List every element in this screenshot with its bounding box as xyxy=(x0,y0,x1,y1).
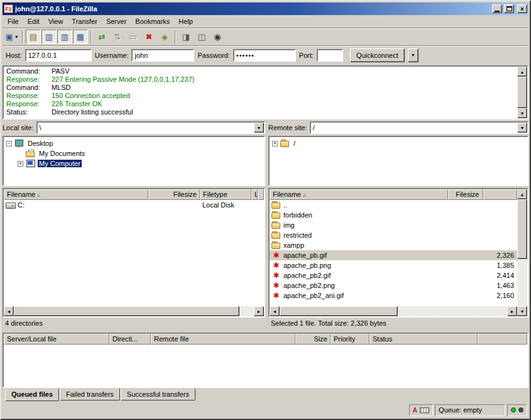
scroll-thumb[interactable] xyxy=(280,306,398,316)
site-manager-button[interactable]: ▣▼ xyxy=(4,30,19,44)
local-file-list[interactable]: C:Local Disk xyxy=(4,200,264,306)
file-row-apache-pb2-ani-gif[interactable]: apache_pb2_ani.gif2,160 xyxy=(270,290,517,301)
cell-filesize: 2,414 xyxy=(448,270,517,280)
remote-hscrollbar[interactable]: ◄ ► xyxy=(270,306,517,316)
scroll-track[interactable] xyxy=(517,199,527,306)
file-row-xampp[interactable]: xampp xyxy=(270,240,517,250)
queue-list[interactable] xyxy=(4,345,527,387)
column-header-filesize[interactable]: Filesize xyxy=(148,189,200,200)
find-files-button[interactable]: ◉ xyxy=(210,30,225,44)
toggle-message-log-button[interactable]: ▤ xyxy=(26,30,41,44)
log-text: MLSD xyxy=(52,84,71,92)
filename-filters-button[interactable]: ◨ xyxy=(178,30,194,44)
password-input[interactable] xyxy=(233,49,296,62)
scroll-thumb[interactable] xyxy=(517,199,527,259)
column-header-filename[interactable]: Filename▵ xyxy=(270,189,448,200)
sort-ascending-icon: ▵ xyxy=(37,192,40,198)
toolbar: ▣▼▤▥▥▦⇄⇅▭✖◈◨◫◉ xyxy=(3,28,528,45)
scroll-right-button[interactable]: ► xyxy=(507,306,517,316)
toggle-local-tree-button[interactable]: ▥ xyxy=(41,30,57,44)
process-queue-button[interactable]: ⇅ xyxy=(110,30,125,44)
local-site-combo[interactable]: \ ▼ xyxy=(36,121,265,134)
tree-expander-icon[interactable]: + xyxy=(272,141,278,146)
tree-item-item[interactable]: +/ xyxy=(270,138,527,148)
file-row-img[interactable]: img xyxy=(270,220,517,230)
file-row-apache-pb-png[interactable]: apache_pb.png1,385 xyxy=(270,260,517,270)
quickconnect-dropdown-button[interactable]: ▼ xyxy=(408,48,419,62)
desktop-icon xyxy=(14,140,24,147)
column-header-l[interactable]: L xyxy=(251,189,258,200)
remote-vscrollbar[interactable]: ▲ ▼ xyxy=(517,189,527,316)
file-row-restricted[interactable]: restricted xyxy=(270,230,517,240)
preview-window-button[interactable]: ▭ xyxy=(126,30,141,44)
tree-item-desktop[interactable]: -Desktop xyxy=(4,138,263,148)
host-input[interactable] xyxy=(25,49,92,62)
scroll-up-button[interactable]: ▲ xyxy=(517,189,527,199)
column-header-directi[interactable]: Directi... xyxy=(109,334,151,345)
toggle-remote-tree-button[interactable]: ▥ xyxy=(57,30,72,44)
file-row-forbidden[interactable]: forbidden xyxy=(270,210,517,220)
file-row-c[interactable]: C:Local Disk xyxy=(4,200,264,210)
scroll-left-button[interactable]: ◄ xyxy=(4,306,14,316)
log-scrollbar[interactable]: ▲ ▼ xyxy=(517,67,527,118)
minimize-button[interactable] xyxy=(492,4,502,13)
refresh-icon: ⇄ xyxy=(99,33,106,41)
title-bar[interactable]: Fz john@127.0.0.1 - FileZilla × xyxy=(3,3,528,15)
file-red-icon xyxy=(271,292,281,299)
refresh-button[interactable]: ⇄ xyxy=(94,30,109,44)
menu-item-transfer[interactable]: Transfer xyxy=(67,16,102,27)
column-header-server-local-file[interactable]: Server/Local file xyxy=(4,334,109,345)
menu-item-bookmarks[interactable]: Bookmarks xyxy=(131,16,174,27)
scroll-track[interactable] xyxy=(280,306,507,316)
scroll-left-button[interactable]: ◄ xyxy=(270,306,280,316)
column-header-priority[interactable]: Priority xyxy=(331,334,370,345)
local-hscrollbar[interactable]: ◄ ► xyxy=(4,306,264,316)
tab-failed-transfers[interactable]: Failed transfers xyxy=(60,389,120,401)
file-row-apache-pb-gif[interactable]: apache_pb.gif2,326 xyxy=(270,250,517,260)
menu-item-edit[interactable]: Edit xyxy=(23,16,44,27)
column-header-remote-file[interactable]: Remote file xyxy=(151,334,295,345)
file-row-item[interactable]: .. xyxy=(270,200,517,210)
scroll-down-button[interactable]: ▼ xyxy=(517,306,527,316)
column-header-filetype[interactable]: Filetype xyxy=(200,189,251,200)
scroll-down-button[interactable]: ▼ xyxy=(517,108,527,118)
tab-successful-transfers[interactable]: Successful transfers xyxy=(121,389,195,401)
tree-expander-icon[interactable]: + xyxy=(18,161,23,167)
column-header-filesize[interactable]: Filesize xyxy=(448,189,483,200)
maximize-button[interactable] xyxy=(504,4,514,13)
remote-site-dropdown-button[interactable]: ▼ xyxy=(517,123,527,133)
tree-item-my-computer[interactable]: +My Computer xyxy=(4,158,263,169)
cancel-operation-button[interactable]: ✖ xyxy=(141,30,156,44)
username-input[interactable] xyxy=(131,49,194,62)
tree-item-my-documents[interactable]: My Documents xyxy=(4,148,263,158)
cell-filesize xyxy=(448,210,517,220)
file-row-apache-pb2-png[interactable]: apache_pb2.png1,463 xyxy=(270,280,517,290)
menu-item-view[interactable]: View xyxy=(44,16,68,27)
quickconnect-button[interactable]: Quickconnect xyxy=(350,48,405,62)
tab-queued-files[interactable]: Queued files xyxy=(5,389,59,401)
scroll-up-button[interactable]: ▲ xyxy=(517,67,527,77)
scroll-thumb[interactable] xyxy=(517,77,527,108)
menu-item-server[interactable]: Server xyxy=(102,16,131,27)
menu-item-file[interactable]: File xyxy=(3,16,23,27)
cancel-operation-icon: ✖ xyxy=(146,33,153,41)
tree-expander-icon[interactable]: - xyxy=(6,141,12,146)
column-header-label: Server/Local file xyxy=(7,335,57,343)
column-header-filename[interactable]: Filename▵ xyxy=(4,189,148,200)
scroll-right-button[interactable]: ► xyxy=(254,306,264,316)
remote-site-combo[interactable]: / ▼ xyxy=(310,121,528,134)
toggle-transfer-queue-button[interactable]: ▦ xyxy=(73,30,88,44)
remote-file-list[interactable]: ..forbiddenimgrestrictedxamppapache_pb.g… xyxy=(270,200,517,306)
close-button[interactable]: × xyxy=(517,4,527,13)
column-header-size[interactable]: Size xyxy=(295,334,331,345)
disconnect-button[interactable]: ◈ xyxy=(157,30,172,44)
port-input[interactable] xyxy=(317,49,343,62)
file-row-apache-pb2-gif[interactable]: apache_pb2.gif2,414 xyxy=(270,270,517,280)
directory-comparison-button[interactable]: ◫ xyxy=(194,30,209,44)
local-site-dropdown-button[interactable]: ▼ xyxy=(254,123,264,133)
column-header-status[interactable]: Status xyxy=(370,334,478,345)
scroll-track[interactable] xyxy=(14,306,254,316)
scroll-track[interactable] xyxy=(517,77,527,108)
scroll-thumb[interactable] xyxy=(14,306,239,316)
menu-item-help[interactable]: Help xyxy=(174,16,197,27)
